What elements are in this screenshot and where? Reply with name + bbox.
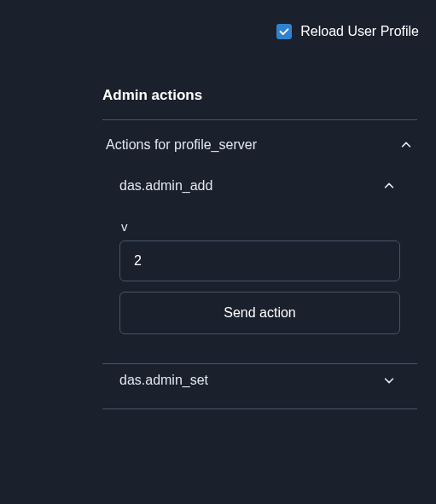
divider xyxy=(102,408,417,409)
check-icon xyxy=(278,26,290,38)
accordion-body: das.admin_add v Send action das.admin_se… xyxy=(102,170,417,408)
reload-profile-checkbox[interactable] xyxy=(276,24,292,39)
panel-title: Admin actions xyxy=(102,63,417,119)
sub-accordion-label: das.admin_set xyxy=(119,373,208,388)
field-label-v: v xyxy=(119,219,400,240)
reload-profile-label: Reload User Profile xyxy=(300,24,419,39)
sub-accordion-admin-set[interactable]: das.admin_set xyxy=(102,364,417,397)
sub-accordion-label: das.admin_add xyxy=(119,178,212,194)
chevron-down-icon xyxy=(383,374,395,386)
field-input-v[interactable] xyxy=(119,240,400,281)
sub-accordion-admin-add[interactable]: das.admin_add xyxy=(102,170,417,202)
send-action-button[interactable]: Send action xyxy=(119,292,400,334)
accordion-profile-server[interactable]: Actions for profile_server xyxy=(102,120,417,170)
send-action-button-label: Send action xyxy=(224,305,296,321)
admin-add-body: v Send action xyxy=(102,202,417,339)
reload-profile-row: Reload User Profile xyxy=(0,0,436,63)
admin-actions-panel: Admin actions Actions for profile_server… xyxy=(0,63,436,409)
chevron-up-icon xyxy=(400,139,412,151)
accordion-label: Actions for profile_server xyxy=(106,137,257,153)
chevron-up-icon xyxy=(383,180,395,192)
